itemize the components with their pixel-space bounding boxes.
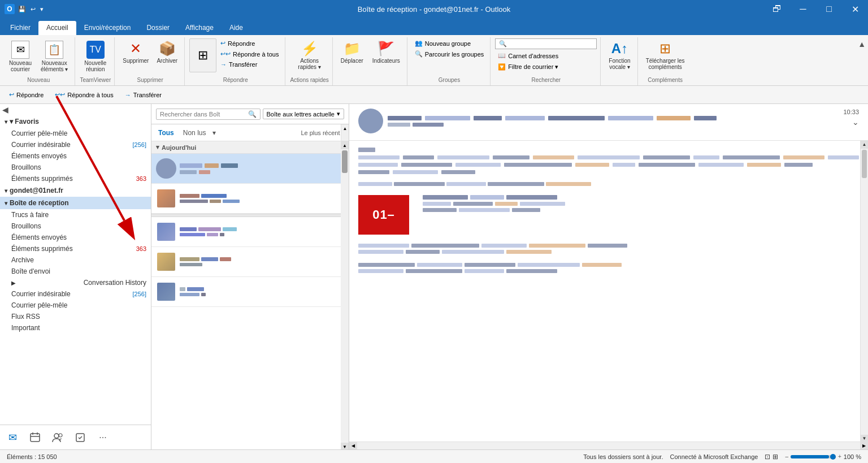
save-icon[interactable]: 💾 — [18, 6, 26, 13]
read-hscroll-right[interactable]: ▶ — [860, 442, 868, 450]
undo-icon[interactable]: ↩ — [31, 6, 36, 13]
nouveau-groupe-btn[interactable]: 👥 Nouveau groupe — [412, 38, 487, 48]
transferer-btn[interactable]: → Transférer — [218, 60, 281, 69]
zoom-slider[interactable] — [791, 455, 836, 458]
tab-envoi[interactable]: Envoi/réception — [76, 21, 139, 35]
sidebar-item-indesirable-fav[interactable]: Courrier indésirable [256] — [0, 139, 151, 150]
email-search-input[interactable] — [160, 111, 248, 118]
email-item-4[interactable] — [151, 247, 349, 277]
more-nav-btn[interactable]: ··· — [93, 427, 113, 448]
sidebar-item-brouillons-fav[interactable]: Brouillons — [0, 162, 151, 173]
people-nav-btn[interactable] — [47, 427, 68, 448]
forward-action-btn[interactable]: → Transférer — [120, 90, 166, 100]
sidebar-item-indesirable[interactable]: Courrier indésirable [256] — [0, 288, 151, 300]
reading-scrollbar[interactable]: ▲ ▼ — [860, 141, 868, 442]
email-item-2[interactable] — [151, 184, 349, 214]
tab-aide[interactable]: Aide — [222, 21, 251, 35]
supprimer-btn[interactable]: ✕ Supprimer — [119, 38, 152, 66]
sidebar-item-pele-mele2[interactable]: Courrier pêle-mêle — [0, 300, 151, 311]
list-scroll-thumb[interactable] — [342, 150, 348, 173]
close-btn[interactable]: ✕ — [842, 0, 868, 18]
fonction-vocale-btn[interactable]: A↑ Fonctionvocale ▾ — [605, 38, 633, 72]
reply-all-action-label: Répondre à tous — [67, 92, 113, 98]
tab-fichier[interactable]: Fichier — [2, 21, 38, 35]
normal-view-icon[interactable]: ⊡ — [765, 453, 770, 461]
sidebar-item-pele-mele[interactable]: Courrier pêle-mêle — [0, 128, 151, 139]
email-list-scrollbar[interactable]: ▲ ▼ — [341, 141, 349, 449]
email-search-box[interactable]: 🔍 — [156, 109, 261, 120]
sort-btn[interactable]: Le plus récent ↓ — [301, 129, 344, 136]
reading-hscrollbar[interactable]: ◀ ▶ — [349, 442, 868, 449]
inbox-section[interactable]: ▾ Boîte de réception — [0, 197, 151, 209]
list-scroll-down[interactable]: ▼ — [341, 443, 349, 449]
filtre-courrier-btn[interactable]: 🔽 Filtre de courrier ▾ — [495, 62, 597, 72]
collapse-ribbon-btn[interactable]: ▲ — [856, 37, 868, 85]
sidebar-item-boite-envoi[interactable]: Boîte d'envoi — [0, 266, 151, 277]
sidebar-toggle[interactable]: ◀ — [2, 105, 8, 114]
sidebar-item-trucs[interactable]: Trucs à faire — [0, 209, 151, 220]
read-hscroll-left[interactable]: ◀ — [349, 442, 357, 450]
mail-nav-btn[interactable]: ✉ — [2, 427, 23, 448]
sidebar-item-envoyes[interactable]: Éléments envoyés — [0, 232, 151, 243]
sidebar-item-archive[interactable]: Archive — [0, 254, 151, 266]
tab-dossier[interactable]: Dossier — [138, 21, 177, 35]
sidebar-item-supprimes[interactable]: Éléments supprimés 363 — [0, 243, 151, 254]
email-item-1[interactable] — [151, 154, 349, 184]
zoom-plus[interactable]: + — [838, 453, 841, 460]
deplacer-btn[interactable]: 📁 Déplacer — [337, 38, 367, 66]
parcourir-groupes-btn[interactable]: 🔍 Parcourir les groupes — [412, 49, 487, 59]
more-quick[interactable]: ▾ — [40, 6, 44, 13]
account-section[interactable]: ▾ gondet@01net.fr — [0, 184, 151, 197]
bl2e — [533, 155, 574, 159]
actions-rapides-btn[interactable]: ⚡ Actionsrapides ▾ — [294, 38, 324, 72]
scroll-up-btn[interactable]: ▲ — [341, 124, 349, 132]
repondre-btn[interactable]: ↩ Répondre — [218, 38, 281, 48]
reading-view-icon[interactable]: ⊞ — [772, 453, 778, 461]
calendar-nav-btn[interactable] — [25, 427, 45, 448]
search-scope[interactable]: Boîte aux lettres actuelle ▾ — [263, 109, 344, 119]
archiver-btn[interactable]: 📦 Archiver — [153, 38, 181, 66]
telecharger-complements-btn[interactable]: ⊞ Télécharger lescompléments — [643, 38, 688, 72]
zoom-minus[interactable]: – — [785, 453, 788, 460]
reply-action-btn[interactable]: ↩ Répondre — [5, 89, 48, 100]
indicateurs-btn[interactable]: 🚩 Indicateurs — [369, 38, 403, 66]
sidebar-item-flux-rss[interactable]: Flux RSS — [0, 311, 151, 322]
filter-all-btn[interactable]: Tous — [156, 128, 176, 138]
favorites-section[interactable]: ▾ ▾ Favoris — [0, 115, 151, 128]
list-scrollbar-top[interactable]: ▲ — [341, 124, 349, 141]
reply-all-action-btn[interactable]: ↩↩ Répondre à tous — [50, 89, 118, 100]
contact-search-box[interactable]: 🔍 — [495, 38, 597, 49]
carnet-adresses-btn[interactable]: 📖 Carnet d'adresses — [495, 51, 597, 60]
search-icon[interactable]: 🔍 — [248, 110, 257, 118]
email-item-5[interactable] — [151, 277, 349, 307]
sidebar-item-brouillons[interactable]: Brouillons — [0, 220, 151, 232]
search-contacts-icon: 🔍 — [499, 40, 507, 47]
tab-accueil[interactable]: Accueil — [38, 21, 76, 35]
list-scroll-up[interactable]: ▲ — [341, 141, 349, 149]
zoom-thumb[interactable] — [830, 454, 836, 460]
nouveaux-elements-btn[interactable]: 📋 Nouveauxéléments ▾ — [37, 38, 71, 75]
nouveau-courrier-btn[interactable]: ✉ Nouveaucourrier — [6, 38, 35, 75]
sidebar-item-conv-history[interactable]: ▶ Conversation History — [0, 277, 151, 288]
respond-large-icon[interactable]: ⊞ — [189, 38, 216, 72]
read-scroll-up[interactable]: ▲ — [861, 141, 868, 149]
sidebar-item-envoyes-fav[interactable]: Éléments envoyés — [0, 150, 151, 162]
sidebar-item-supprimes-fav[interactable]: Éléments supprimés 363 — [0, 173, 151, 184]
restore-btn[interactable]: 🗗 — [764, 0, 790, 18]
sender-pixels2 — [388, 123, 843, 127]
minimize-btn[interactable]: ─ — [790, 0, 816, 18]
tab-affichage[interactable]: Affichage — [177, 21, 222, 35]
maximize-btn[interactable]: □ — [816, 0, 842, 18]
filter-unread-btn[interactable]: Non lus — [181, 128, 209, 138]
tasks-nav-btn[interactable] — [70, 427, 90, 448]
read-scroll-thumb[interactable] — [862, 150, 867, 178]
conv-history-expand: ▶ — [11, 280, 16, 286]
expand-email-btn[interactable]: ⌄ — [852, 118, 859, 127]
nouvelle-reunion-btn[interactable]: TV Nouvelleréunion — [81, 38, 110, 75]
email-item-3[interactable] — [151, 217, 349, 247]
read-scroll-down[interactable]: ▼ — [861, 435, 868, 442]
sidebar-item-important[interactable]: Important — [0, 322, 151, 334]
filter-dropdown-btn[interactable]: ▾ — [212, 129, 216, 137]
contact-search-input[interactable] — [509, 41, 577, 47]
repondre-tous-btn[interactable]: ↩↩ Répondre à tous — [218, 49, 281, 59]
